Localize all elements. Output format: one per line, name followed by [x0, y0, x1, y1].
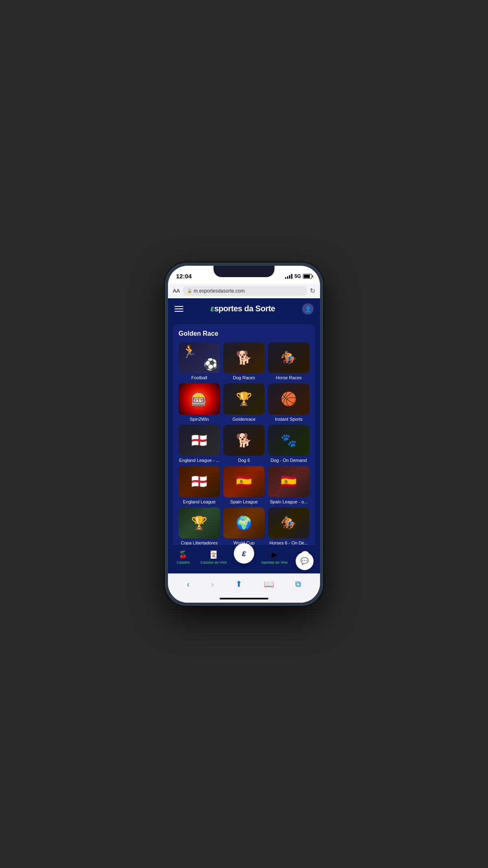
game-item-england-league-dots[interactable]: England League - ... — [179, 425, 220, 463]
hamburger-menu[interactable] — [174, 306, 183, 312]
game-thumb-spin2win — [179, 383, 220, 415]
game-item-instant-sports[interactable]: Instant Sports — [268, 383, 309, 422]
game-item-dog-demand[interactable]: Dog - On Demand — [268, 425, 309, 463]
game-item-dog6[interactable]: Dog 6 — [223, 425, 265, 463]
game-thumb-england-league — [179, 466, 220, 497]
section-title: Golden Race — [179, 330, 309, 337]
nav-apostas[interactable]: ▶ Apostas ao Vivo — [259, 550, 290, 564]
game-item-world-cup[interactable]: World Cup — [223, 507, 265, 545]
cassino-label: Cassino — [176, 560, 190, 564]
game-thumb-dog-races — [223, 342, 265, 374]
battery-icon — [303, 274, 312, 279]
main-content: Golden Race FootballDog RacesHorse Races… — [168, 319, 320, 545]
browser-bar: AA 🔒 m.esportesdasorte.com ↻ — [168, 284, 320, 298]
cassino-vivo-icon: 🃏 — [209, 550, 218, 559]
apostas-label: Apostas ao Vivo — [261, 560, 288, 564]
game-item-copa-libertadores[interactable]: Copa Libertadores — [179, 507, 220, 545]
game-item-goldenrace[interactable]: Goldenrace — [223, 383, 265, 422]
signal-icon — [285, 274, 292, 279]
network-type: 5G — [294, 273, 301, 279]
home-indicator — [168, 595, 320, 603]
game-thumb-spain-league-o — [268, 466, 309, 497]
cassino-vivo-label: Cassino ao Vivo — [200, 560, 227, 564]
browser-aa[interactable]: AA — [173, 288, 180, 294]
game-label-dog-races: Dog Races — [233, 375, 255, 380]
browser-url-box[interactable]: 🔒 m.esportesdasorte.com — [183, 286, 307, 296]
game-label-horse-races: Horse Races — [276, 375, 302, 380]
nav-center[interactable]: ε — [229, 543, 259, 564]
games-grid: FootballDog RacesHorse RacesSpin2WinGold… — [179, 342, 309, 545]
tabs-button[interactable]: ⧉ — [292, 578, 304, 590]
forward-button[interactable]: › — [208, 578, 217, 590]
game-label-dog6: Dog 6 — [238, 458, 250, 463]
back-button[interactable]: ‹ — [183, 578, 193, 590]
game-label-instant-sports: Instant Sports — [275, 417, 303, 422]
game-thumb-england-league-dots — [179, 425, 220, 456]
phone-notch — [214, 266, 274, 277]
app-logo: εsportes da Sorte — [211, 304, 275, 313]
game-label-copa-libertadores: Copa Libertadores — [181, 540, 218, 545]
refresh-icon[interactable]: ↻ — [310, 287, 315, 295]
lock-icon: 🔒 — [187, 289, 192, 293]
game-label-horses6: Horses 6 - On De... — [270, 540, 308, 545]
home-bar — [220, 598, 268, 599]
game-thumb-dog-demand — [268, 425, 309, 456]
game-label-england-league: England League — [183, 499, 216, 504]
game-thumb-goldenrace — [223, 383, 265, 415]
game-thumb-copa-libertadores — [179, 507, 220, 539]
browser-url: m.esportesdasorte.com — [194, 288, 244, 294]
game-label-goldenrace: Goldenrace — [233, 417, 256, 422]
user-icon[interactable]: 👤 — [302, 303, 314, 315]
game-thumb-dog6 — [223, 425, 265, 456]
game-item-spain-league[interactable]: Spain League — [223, 466, 265, 504]
status-time: 12:04 — [176, 273, 192, 280]
game-item-football[interactable]: Football — [179, 342, 220, 380]
game-thumb-horses6 — [268, 507, 309, 539]
game-label-dog-demand: Dog - On Demand — [270, 458, 307, 463]
game-thumb-spain-league — [223, 466, 265, 497]
phone-frame: 12:04 5G AA 🔒 m.esportesdasorte.com — [165, 262, 323, 606]
apostas-icon: ▶ — [272, 550, 277, 559]
game-item-england-league[interactable]: England League — [179, 466, 220, 504]
safari-bottom-bar: ‹ › ⬆ 📖 ⧉ — [168, 573, 320, 595]
game-item-spin2win[interactable]: Spin2Win — [179, 383, 220, 422]
cassino-icon: 🍒 — [179, 550, 187, 559]
game-thumb-football — [179, 342, 220, 374]
app-header: εsportes da Sorte 👤 — [168, 298, 320, 319]
game-label-england-league-dots: England League - ... — [179, 458, 219, 463]
nav-cassino[interactable]: 🍒 Cassino — [168, 550, 198, 564]
game-item-spain-league-o[interactable]: Spain League - o... — [268, 466, 309, 504]
game-label-football: Football — [191, 375, 207, 380]
golden-race-section: Golden Race FootballDog RacesHorse Races… — [173, 324, 315, 545]
game-label-spain-league: Spain League — [230, 499, 258, 504]
game-thumb-instant-sports — [268, 383, 309, 415]
game-item-dog-races[interactable]: Dog Races — [223, 342, 265, 380]
game-item-horses6[interactable]: Horses 6 - On De... — [268, 507, 309, 545]
nav-cassino-ao-vivo[interactable]: 🃏 Cassino ao Vivo — [198, 550, 229, 564]
game-label-spin2win: Spin2Win — [190, 417, 209, 422]
app-content: εsportes da Sorte 👤 Golden Race Football… — [168, 298, 320, 545]
game-thumb-world-cup — [223, 507, 265, 539]
status-icons: 5G — [285, 273, 312, 279]
logo-e-letter: ε — [211, 304, 214, 313]
share-button[interactable]: ⬆ — [232, 577, 246, 590]
bookmarks-button[interactable]: 📖 — [261, 577, 277, 590]
game-thumb-horse-races — [268, 342, 309, 374]
game-label-spain-league-o: Spain League - o... — [270, 499, 308, 504]
phone-screen: 12:04 5G AA 🔒 m.esportesdasorte.com — [168, 266, 320, 603]
game-item-horse-races[interactable]: Horse Races — [268, 342, 309, 380]
center-logo: ε — [242, 548, 246, 559]
center-button[interactable]: ε — [234, 543, 254, 564]
